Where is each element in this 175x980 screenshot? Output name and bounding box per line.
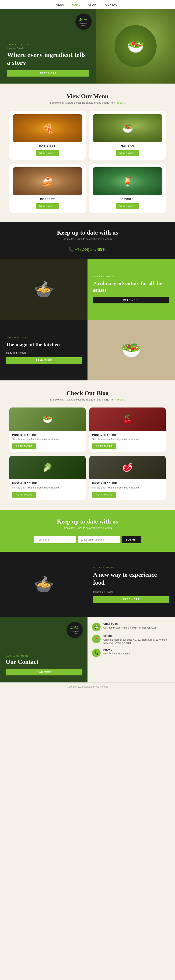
menu-card-drinks: 🍹 DRINKS READ MORE [89, 164, 165, 213]
blog6-read-more[interactable]: READ MORE [12, 444, 36, 449]
menu-subtitle: Sample text. Click to select the Text El… [10, 101, 165, 104]
newsletter-subtitle: Sample text. Click to select the Text El… [10, 527, 165, 529]
blog6-text: Sample small text Lorem ipsum dolor sit … [12, 438, 83, 441]
blog-post-6: 🥗 POST 6 HEADLINE Sample small text Lore… [10, 407, 86, 452]
nav-about[interactable]: ABOUT [88, 3, 98, 6]
newsletter-title: Keep up to date with us [10, 518, 165, 525]
phone-text: Mon-Fri from 8am to 5pm [103, 652, 130, 655]
hero-sublabel: Image from Freepik [7, 47, 89, 49]
new-way-content: OUR RESTAURANT A new way to experience f… [88, 552, 175, 617]
hero-food-circle: 🥗 [115, 25, 157, 67]
blog5-image: 🍒 [89, 407, 165, 431]
chat-title: CHAT TO US [103, 623, 157, 625]
new-way-read-more[interactable]: READ MORE [93, 596, 169, 603]
magic-sublabel: Image from Freepik [6, 352, 82, 354]
contact-banner: Keep up to date with us Sample text. Cli… [0, 222, 175, 259]
blog-post-3: 🥩 POST 3 HEADLINE Sample small text Lore… [89, 456, 165, 500]
blog-grid: 🥗 POST 6 HEADLINE Sample small text Lore… [10, 407, 165, 500]
pizza-title: HOT PIZZA [13, 145, 82, 148]
salads-image: 🥗 [93, 115, 162, 142]
hero-image: 🥗 [96, 9, 175, 84]
hero-section: 40% BUSINESSLUNCH SAMPLE HEADLINE Image … [0, 9, 175, 84]
contact-title: Our Contact [6, 659, 82, 665]
blog-post-5: 🍒 POST 5 HEADLINE Sample small text Lore… [89, 407, 165, 452]
freepik-link-menu[interactable]: Freepik [116, 101, 124, 104]
chat-icon: 💬 [92, 623, 100, 631]
nav-contact[interactable]: CONTACT [105, 3, 119, 6]
chat-text: Our friendly team is here to help. hello… [103, 626, 157, 630]
culinary-read-more[interactable]: READ MORE [93, 297, 169, 304]
contact-badge-percent: 40% [70, 625, 79, 630]
contact-phone-item: 📞 PHONE Mon-Fri from 8am to 5pm [92, 649, 170, 657]
blog3-body: POST 3 HEADLINE Sample small text Lorem … [89, 479, 165, 500]
blog6-headline: POST 6 HEADLINE [12, 434, 83, 436]
drinks-read-more[interactable]: READ MORE [116, 203, 140, 209]
freepik-link-blog[interactable]: Freepik [116, 398, 124, 401]
blog-subtitle: Sample text. Click to select the Text El… [10, 398, 165, 401]
menu-card-salads: 🥗 SALADS READ MORE [89, 111, 165, 160]
blog3-headline: POST 3 HEADLINE [92, 482, 163, 485]
salads-read-more[interactable]: READ MORE [116, 150, 140, 156]
hero-label: SAMPLE HEADLINE [7, 43, 89, 46]
contact-office-info: OFFICE Come say hello at our office HQ. … [103, 635, 170, 645]
culinary-image: 🍲 [0, 259, 88, 320]
contact-chat-info: CHAT TO US Our friendly team is here to … [103, 623, 157, 630]
dessert-image: 🍰 [13, 167, 82, 195]
menu-section: View Our Menu Sample text. Click to sele… [0, 84, 175, 222]
new-way-title: A new way to experience food [93, 571, 169, 587]
culinary-title: A culinary adventure for all the senses [93, 280, 169, 293]
footer: Copyright 2023 powered by Ait-Themes [0, 682, 175, 691]
drinks-image: 🍹 [93, 167, 162, 195]
dessert-read-more[interactable]: READ MORE [36, 203, 59, 209]
magic-content: OUR RESTAURANT The magic of the kitchen … [0, 320, 88, 380]
blog5-text: Sample small text Lorem ipsum dolor sit … [92, 438, 163, 441]
magic-read-more[interactable]: READ MORE [6, 357, 82, 364]
new-way-sublabel: Image from Freepik [93, 590, 169, 593]
contact-right: 💬 CHAT TO US Our friendly team is here t… [88, 617, 175, 682]
magic-food-image: 🥗 [88, 320, 175, 380]
newsletter-email-input[interactable] [78, 536, 120, 543]
hero-badge: 40% BUSINESSLUNCH [75, 14, 92, 30]
blog3-image: 🥩 [89, 456, 165, 479]
blog3-read-more[interactable]: READ MORE [92, 492, 116, 498]
nav-menu[interactable]: MENU [56, 3, 64, 6]
culinary-content: OUR RESTAURANT A culinary adventure for … [88, 259, 175, 320]
pizza-read-more[interactable]: READ MORE [36, 150, 59, 156]
newsletter-section: Keep up to date with us Sample text. Cli… [0, 510, 175, 552]
newsletter-submit-button[interactable]: SUBMIT [122, 536, 141, 543]
banner-subtitle: Sample text. Click to select the Text El… [10, 238, 165, 240]
blog4-text: Sample small text Lorem ipsum dolor sit … [12, 486, 83, 489]
office-title: OFFICE [103, 635, 170, 637]
culinary-food-image: 🍲 [0, 259, 88, 320]
hero-left: 40% BUSINESSLUNCH SAMPLE HEADLINE Image … [0, 9, 96, 84]
navigation: MENU HOME ABOUT CONTACT [0, 0, 175, 9]
blog5-body: POST 5 HEADLINE Sample small text Lorem … [89, 431, 165, 452]
blog4-read-more[interactable]: READ MORE [12, 492, 36, 498]
blog6-body: POST 6 HEADLINE Sample small text Lorem … [10, 431, 86, 452]
contact-read-more[interactable]: READ MORE [6, 669, 82, 675]
blog4-body: POST 4 HEADLINE Sample small text Lorem … [10, 479, 86, 500]
menu-card-dessert: 🍰 DESSERT READ MORE [10, 164, 86, 213]
contact-left: 40% BUSINESSLUNCH SAMPLE HEADLINE Our Co… [0, 617, 88, 682]
contact-chat-item: 💬 CHAT TO US Our friendly team is here t… [92, 623, 170, 631]
dessert-title: DESSERT [13, 198, 82, 201]
nav-home[interactable]: HOME [72, 3, 81, 6]
phone-title: PHONE [103, 649, 130, 651]
magic-section: OUR RESTAURANT The magic of the kitchen … [0, 320, 175, 380]
menu-card-pizza: 🍕 HOT PIZZA READ MORE [10, 111, 86, 160]
blog-section: Check Our Blog Sample text. Click to sel… [0, 380, 175, 510]
newsletter-form: SUBMIT [10, 536, 165, 543]
badge-percent: 40% [80, 17, 88, 22]
contact-badge-label: BUSINESSLUNCH [71, 630, 78, 634]
blog5-read-more[interactable]: READ MORE [92, 444, 116, 449]
hero-read-more-button[interactable]: READ MORE [7, 70, 89, 76]
menu-title: View Our Menu [10, 93, 165, 100]
phone-icon: 📞 [92, 649, 100, 657]
contact-badge: 40% BUSINESSLUNCH [67, 622, 83, 638]
newsletter-name-input[interactable] [34, 536, 76, 543]
banner-phone: 📞 +1 (234) 567-8910 [10, 247, 165, 252]
footer-text: Copyright 2023 powered by Ait-Themes [67, 686, 108, 688]
blog3-text: Sample small text Lorem ipsum dolor sit … [92, 486, 163, 489]
contact-phone-info: PHONE Mon-Fri from 8am to 5pm [103, 649, 130, 655]
magic-title: The magic of the kitchen [6, 341, 82, 348]
